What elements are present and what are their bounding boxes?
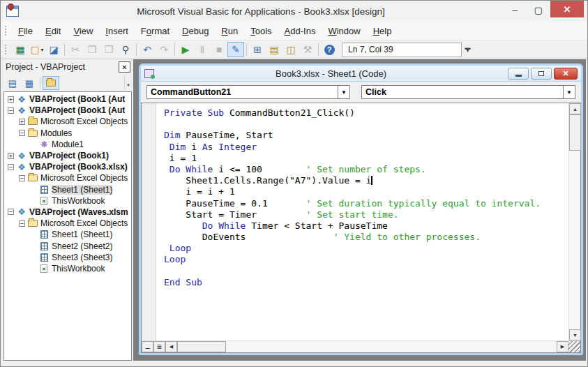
menu-edit[interactable]: Edit [39,23,67,39]
menu-format[interactable]: Format [135,23,176,39]
horizontal-scroll-track[interactable] [226,341,557,352]
tree-item[interactable]: −VBAProject (Book1 (Aut [4,105,131,116]
procedure-view-button[interactable]: ⚊ [142,341,153,352]
horizontal-scrollbar[interactable]: ⚊ ≣ ◀ ▶ [142,340,580,352]
paste-icon: ❒ [105,45,114,54]
chevron-down-icon[interactable]: ▾ [41,47,44,53]
tree-item[interactable]: +Microsoft Excel Objects [4,116,131,127]
tree-item[interactable]: −Microsoft Excel Objects [4,218,131,229]
collapse-icon[interactable]: − [8,164,14,170]
tree-item[interactable]: Sheet1 (Sheet1) [4,184,131,195]
tree-item-label[interactable]: Module1 [52,140,84,149]
collapse-icon[interactable]: − [19,130,25,136]
expand-icon[interactable]: + [8,153,14,159]
code-editor[interactable]: Private Sub CommandButton21_Click() Dim … [141,103,581,353]
menu-insert[interactable]: Insert [99,23,135,39]
menu-debug[interactable]: Debug [176,23,215,39]
collapse-icon[interactable]: − [19,220,25,227]
menu-window[interactable]: Window [322,23,366,39]
chevron-down-icon[interactable]: ▼ [338,86,349,98]
tree-item[interactable]: Sheet2 (Sheet2) [4,240,131,251]
minimize-button[interactable]: – [503,1,527,19]
save-button[interactable]: ◪ [45,42,62,57]
code-window-restore-button[interactable] [531,68,552,80]
expand-icon[interactable]: + [8,96,14,103]
chevron-down-icon[interactable]: ▼ [563,86,575,98]
menu-tools[interactable]: Tools [244,23,278,39]
scroll-right-icon[interactable]: ▶ [557,341,568,352]
design-mode-button[interactable]: ✎ [227,42,244,57]
tree-item-label[interactable]: VBAProject (Book3.xlsx) [29,162,128,172]
collapse-icon[interactable]: − [19,175,25,181]
code-window-minimize-button[interactable] [508,68,529,80]
tree-item-label[interactable]: VBAProject (Waves.xlsm [29,207,128,217]
undo-button[interactable]: ↶ [139,42,156,57]
object-dropdown[interactable]: CommandButton21 ▼ [146,85,350,99]
help-button[interactable]: ? [321,42,338,57]
tree-item-label[interactable]: VBAProject (Book1 (Aut [29,105,125,115]
vertical-scrollbar[interactable]: ▲ ▼ [568,103,580,340]
menu-addins[interactable]: Add-Ins [278,23,322,39]
tree-item[interactable]: −Microsoft Excel Objects [4,172,131,184]
expand-icon[interactable]: + [19,119,25,125]
collapse-icon[interactable]: − [8,107,14,114]
scroll-left-icon[interactable]: ◀ [165,341,177,352]
toggle-folders-button[interactable] [43,76,59,90]
tree-item[interactable]: −Modules [4,128,131,139]
tree-item[interactable]: Module1 [4,139,131,150]
code-text[interactable]: Private Sub CommandButton21_Click() Dim … [157,103,568,340]
resize-grip[interactable] [568,341,580,352]
tree-item-label[interactable]: ThisWorkbook [52,264,105,274]
find-button[interactable]: ⚲ [117,42,134,57]
tree-item-label[interactable]: Modules [40,128,72,138]
scroll-up-icon[interactable]: ▲ [569,103,581,114]
close-button[interactable]: ✕ [550,1,584,17]
tree-item-label[interactable]: VBAProject (Book1) [29,151,109,160]
menu-grip[interactable] [4,25,8,36]
tree-item-label[interactable]: VBAProject (Book1 (Aut [29,94,125,104]
menu-run[interactable]: Run [215,23,244,39]
tree-item[interactable]: +VBAProject (Book1 (Aut [4,93,131,105]
horizontal-scroll-thumb[interactable] [177,341,226,352]
tree-item-label[interactable]: Sheet1 (Sheet1) [52,230,112,239]
tree-item[interactable]: −VBAProject (Waves.xlsm [4,207,131,218]
maximize-button[interactable]: ▢ [527,1,550,19]
tree-item-label[interactable]: Microsoft Excel Objects [40,173,128,183]
find-icon: ⚲ [122,45,129,54]
tree-item[interactable]: ThisWorkbook [4,263,131,274]
tree-item-label[interactable]: Sheet3 (Sheet3) [52,253,112,262]
tree-item-label[interactable]: ThisWorkbook [52,196,105,206]
tree-item[interactable]: Sheet1 (Sheet1) [4,229,131,240]
full-module-view-button[interactable]: ≣ [153,341,165,352]
insert-userform-button[interactable]: ▢▾ [29,42,45,57]
code-line: Dim i As Integer [164,142,568,153]
tree-item[interactable]: ThisWorkbook [4,195,131,207]
collapse-icon[interactable]: − [8,209,14,215]
tree-item-label[interactable]: Microsoft Excel Objects [40,117,128,126]
menu-file[interactable]: File [12,23,39,39]
project-explorer-button[interactable]: ⊞ [249,42,266,57]
toolbar-grip[interactable] [4,44,8,55]
menu-help[interactable]: Help [367,23,398,39]
menu-view[interactable]: View [67,23,99,39]
tree-item[interactable]: −VBAProject (Book3.xlsx) [4,161,131,172]
view-code-button[interactable]: ▤ [4,76,21,90]
scroll-down-icon[interactable]: ▼ [569,329,581,340]
tree-item-label[interactable]: Microsoft Excel Objects [40,218,128,228]
tree-item-label[interactable]: Sheet2 (Sheet2) [52,241,112,251]
panel-toolbar-overflow-icon[interactable]: ▾ [124,76,132,90]
project-panel-close-icon[interactable]: ✕ [119,61,130,73]
object-browser-icon: ◫ [286,45,295,54]
toolbar-options-icon[interactable]: ▬▾ [463,42,472,57]
run-sub-button[interactable]: ▶ [177,42,194,57]
properties-window-button[interactable]: ▤ [266,42,282,57]
view-microsoft-excel-button[interactable]: ▦ [12,42,29,57]
tree-item[interactable]: +VBAProject (Book1) [4,150,131,161]
procedure-dropdown[interactable]: Click ▼ [361,85,575,99]
vertical-scroll-thumb[interactable] [569,114,581,151]
object-browser-button[interactable]: ◫ [282,42,299,57]
view-object-button[interactable]: ▦ [21,76,38,90]
tree-item[interactable]: Sheet3 (Sheet3) [4,252,131,263]
code-window-close-button[interactable]: ✕ [554,68,578,80]
tree-item-label[interactable]: Sheet1 (Sheet1) [52,185,112,195]
